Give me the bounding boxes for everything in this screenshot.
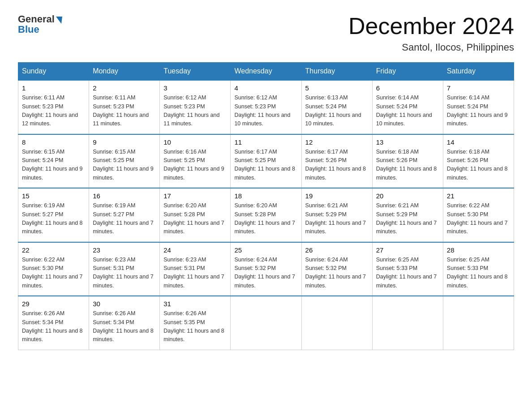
day-number: 23	[93, 246, 156, 254]
day-info: Sunrise: 6:14 AM Sunset: 5:24 PM Dayligh…	[376, 94, 439, 128]
day-info: Sunrise: 6:26 AM Sunset: 5:35 PM Dayligh…	[163, 309, 227, 344]
header-sunday: Sunday	[18, 63, 89, 81]
day-info: Sunrise: 6:15 AM Sunset: 5:24 PM Dayligh…	[22, 148, 85, 183]
day-number: 30	[93, 300, 156, 308]
day-info: Sunrise: 6:21 AM Sunset: 5:29 PM Dayligh…	[376, 201, 439, 236]
calendar-cell	[372, 296, 443, 350]
calendar-cell: 29 Sunrise: 6:26 AM Sunset: 5:34 PM Dayl…	[18, 296, 89, 350]
calendar-cell: 3 Sunrise: 6:12 AM Sunset: 5:23 PM Dayli…	[160, 80, 231, 134]
logo-arrow-icon	[56, 17, 62, 24]
day-number: 7	[447, 84, 510, 92]
day-info: Sunrise: 6:25 AM Sunset: 5:33 PM Dayligh…	[447, 256, 510, 291]
header-thursday: Thursday	[301, 63, 372, 81]
day-number: 19	[305, 192, 369, 200]
calendar-cell: 25 Sunrise: 6:24 AM Sunset: 5:32 PM Dayl…	[231, 242, 301, 296]
day-number: 10	[163, 138, 227, 146]
calendar-cell: 9 Sunrise: 6:15 AM Sunset: 5:25 PM Dayli…	[89, 134, 160, 188]
calendar-cell: 7 Sunrise: 6:14 AM Sunset: 5:24 PM Dayli…	[443, 80, 514, 134]
day-info: Sunrise: 6:13 AM Sunset: 5:24 PM Dayligh…	[305, 94, 369, 128]
day-number: 5	[305, 84, 369, 92]
calendar-cell: 10 Sunrise: 6:16 AM Sunset: 5:25 PM Dayl…	[160, 134, 231, 188]
day-number: 26	[305, 246, 369, 254]
page-header: General Blue December 2024 Santol, Iloco…	[18, 13, 514, 53]
calendar-cell	[231, 296, 301, 350]
calendar-cell: 28 Sunrise: 6:25 AM Sunset: 5:33 PM Dayl…	[443, 242, 514, 296]
calendar-cell: 6 Sunrise: 6:14 AM Sunset: 5:24 PM Dayli…	[372, 80, 443, 134]
day-number: 22	[22, 246, 85, 254]
calendar-cell: 8 Sunrise: 6:15 AM Sunset: 5:24 PM Dayli…	[18, 134, 89, 188]
calendar-cell: 30 Sunrise: 6:26 AM Sunset: 5:34 PM Dayl…	[89, 296, 160, 350]
day-number: 29	[22, 300, 85, 308]
day-info: Sunrise: 6:26 AM Sunset: 5:34 PM Dayligh…	[22, 309, 85, 344]
calendar-cell: 27 Sunrise: 6:25 AM Sunset: 5:33 PM Dayl…	[372, 242, 443, 296]
calendar-cell: 11 Sunrise: 6:17 AM Sunset: 5:25 PM Dayl…	[231, 134, 301, 188]
day-info: Sunrise: 6:14 AM Sunset: 5:24 PM Dayligh…	[447, 94, 510, 128]
day-info: Sunrise: 6:19 AM Sunset: 5:27 PM Dayligh…	[93, 201, 156, 236]
day-number: 28	[447, 246, 510, 254]
calendar-week-5: 29 Sunrise: 6:26 AM Sunset: 5:34 PM Dayl…	[18, 296, 514, 350]
day-number: 1	[22, 84, 85, 92]
day-info: Sunrise: 6:18 AM Sunset: 5:26 PM Dayligh…	[447, 148, 510, 183]
calendar-cell: 1 Sunrise: 6:11 AM Sunset: 5:23 PM Dayli…	[18, 80, 89, 134]
day-number: 2	[93, 84, 156, 92]
day-number: 18	[234, 192, 297, 200]
day-info: Sunrise: 6:11 AM Sunset: 5:23 PM Dayligh…	[93, 94, 156, 128]
day-number: 15	[22, 192, 85, 200]
day-info: Sunrise: 6:24 AM Sunset: 5:32 PM Dayligh…	[234, 256, 297, 291]
day-info: Sunrise: 6:15 AM Sunset: 5:25 PM Dayligh…	[93, 148, 156, 183]
logo-blue-text: Blue	[18, 24, 39, 35]
calendar-cell: 26 Sunrise: 6:24 AM Sunset: 5:32 PM Dayl…	[301, 242, 372, 296]
day-info: Sunrise: 6:17 AM Sunset: 5:25 PM Dayligh…	[234, 148, 297, 183]
calendar-title: December 2024	[348, 13, 514, 39]
day-number: 16	[93, 192, 156, 200]
header-monday: Monday	[89, 63, 160, 81]
header-friday: Friday	[372, 63, 443, 81]
day-number: 12	[305, 138, 369, 146]
header-wednesday: Wednesday	[231, 63, 301, 81]
day-info: Sunrise: 6:11 AM Sunset: 5:23 PM Dayligh…	[22, 94, 85, 128]
day-number: 21	[447, 192, 510, 200]
title-section: December 2024 Santol, Ilocos, Philippine…	[348, 13, 514, 53]
calendar-week-4: 22 Sunrise: 6:22 AM Sunset: 5:30 PM Dayl…	[18, 242, 514, 296]
day-number: 25	[234, 246, 297, 254]
calendar-cell: 31 Sunrise: 6:26 AM Sunset: 5:35 PM Dayl…	[160, 296, 231, 350]
calendar-cell: 4 Sunrise: 6:12 AM Sunset: 5:23 PM Dayli…	[231, 80, 301, 134]
day-number: 3	[163, 84, 227, 92]
calendar-cell: 19 Sunrise: 6:21 AM Sunset: 5:29 PM Dayl…	[301, 188, 372, 242]
header-tuesday: Tuesday	[160, 63, 231, 81]
day-number: 13	[376, 138, 439, 146]
day-info: Sunrise: 6:21 AM Sunset: 5:29 PM Dayligh…	[305, 201, 369, 236]
calendar-week-3: 15 Sunrise: 6:19 AM Sunset: 5:27 PM Dayl…	[18, 188, 514, 242]
day-number: 27	[376, 246, 439, 254]
calendar-header-row: Sunday Monday Tuesday Wednesday Thursday…	[18, 63, 514, 81]
calendar-cell: 22 Sunrise: 6:22 AM Sunset: 5:30 PM Dayl…	[18, 242, 89, 296]
day-info: Sunrise: 6:24 AM Sunset: 5:32 PM Dayligh…	[305, 256, 369, 291]
header-saturday: Saturday	[443, 63, 514, 81]
day-info: Sunrise: 6:23 AM Sunset: 5:31 PM Dayligh…	[93, 256, 156, 291]
day-info: Sunrise: 6:20 AM Sunset: 5:28 PM Dayligh…	[234, 201, 297, 236]
day-info: Sunrise: 6:20 AM Sunset: 5:28 PM Dayligh…	[163, 201, 227, 236]
day-number: 24	[163, 246, 227, 254]
calendar-subtitle: Santol, Ilocos, Philippines	[348, 42, 514, 53]
day-info: Sunrise: 6:23 AM Sunset: 5:31 PM Dayligh…	[163, 256, 227, 291]
day-info: Sunrise: 6:25 AM Sunset: 5:33 PM Dayligh…	[376, 256, 439, 291]
day-number: 31	[163, 300, 227, 308]
calendar-cell: 17 Sunrise: 6:20 AM Sunset: 5:28 PM Dayl…	[160, 188, 231, 242]
calendar-cell: 20 Sunrise: 6:21 AM Sunset: 5:29 PM Dayl…	[372, 188, 443, 242]
day-number: 14	[447, 138, 510, 146]
day-info: Sunrise: 6:16 AM Sunset: 5:25 PM Dayligh…	[163, 148, 227, 183]
logo: General Blue	[18, 13, 62, 35]
calendar-cell: 16 Sunrise: 6:19 AM Sunset: 5:27 PM Dayl…	[89, 188, 160, 242]
day-info: Sunrise: 6:22 AM Sunset: 5:30 PM Dayligh…	[447, 201, 510, 236]
calendar-cell: 12 Sunrise: 6:17 AM Sunset: 5:26 PM Dayl…	[301, 134, 372, 188]
calendar-cell: 24 Sunrise: 6:23 AM Sunset: 5:31 PM Dayl…	[160, 242, 231, 296]
day-number: 20	[376, 192, 439, 200]
day-number: 9	[93, 138, 156, 146]
calendar-cell	[301, 296, 372, 350]
calendar-cell	[443, 296, 514, 350]
day-info: Sunrise: 6:17 AM Sunset: 5:26 PM Dayligh…	[305, 148, 369, 183]
calendar-week-2: 8 Sunrise: 6:15 AM Sunset: 5:24 PM Dayli…	[18, 134, 514, 188]
calendar-cell: 21 Sunrise: 6:22 AM Sunset: 5:30 PM Dayl…	[443, 188, 514, 242]
day-info: Sunrise: 6:22 AM Sunset: 5:30 PM Dayligh…	[22, 256, 85, 291]
day-number: 4	[234, 84, 297, 92]
